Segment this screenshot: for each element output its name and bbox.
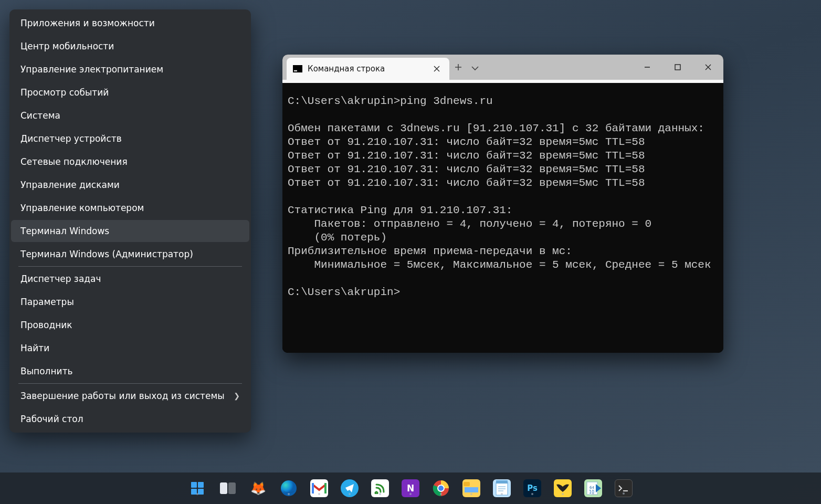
menu-item-label: Управление дисками — [20, 180, 120, 190]
maximize-button[interactable] — [662, 55, 693, 80]
menu-item[interactable]: Диспетчер устройств — [11, 128, 249, 150]
menu-item[interactable]: Терминал Windows (Администратор) — [11, 243, 249, 265]
menu-item[interactable]: Выполнить — [11, 360, 249, 382]
taskbar-icon-thebat[interactable] — [554, 479, 572, 497]
taskbar-icon-notepad[interactable] — [493, 479, 511, 497]
svg-rect-13 — [464, 482, 470, 486]
minimize-button[interactable] — [632, 55, 662, 80]
tab-command-prompt[interactable]: Командная строка — [287, 58, 449, 80]
taskbar-icon-telegram[interactable] — [341, 479, 359, 497]
start-button[interactable] — [188, 479, 206, 497]
menu-item[interactable]: Управление компьютером — [11, 197, 249, 219]
menu-item-label: Управление компьютером — [20, 203, 144, 213]
svg-rect-0 — [675, 65, 680, 70]
svg-rect-1 — [191, 482, 197, 488]
menu-item-label: Параметры — [20, 297, 74, 307]
taskbar-icon-chrome[interactable] — [432, 479, 450, 497]
menu-item-label: Терминал Windows — [20, 226, 109, 236]
menu-separator — [18, 383, 242, 384]
svg-rect-7 — [312, 483, 314, 494]
menu-item-label: Завершение работы или выход из системы — [20, 391, 225, 401]
menu-item-label: Система — [20, 110, 60, 121]
chevron-right-icon: ❯ — [234, 392, 240, 400]
menu-item[interactable]: Найти — [11, 337, 249, 359]
svg-rect-2 — [198, 482, 204, 488]
svg-rect-16 — [496, 480, 508, 484]
menu-item-label: Найти — [20, 343, 49, 353]
menu-item[interactable]: Проводник — [11, 314, 249, 336]
menu-item-label: Управление электропитанием — [20, 64, 163, 75]
taskbar-icon-terminal[interactable] — [615, 479, 633, 497]
taskbar-icon-gmail[interactable] — [310, 479, 328, 497]
menu-item-label: Просмотр событий — [20, 87, 109, 98]
menu-item[interactable]: Система — [11, 104, 249, 127]
close-window-button[interactable] — [693, 55, 723, 80]
svg-point-11 — [438, 486, 444, 491]
taskbar-icon-photoshop[interactable]: Ps — [523, 479, 541, 497]
svg-text:64: 64 — [590, 486, 594, 490]
cmd-icon — [293, 65, 302, 72]
tab-dropdown-button[interactable] — [471, 62, 479, 73]
close-tab-button[interactable] — [431, 64, 442, 74]
menu-item-label: Проводник — [20, 320, 72, 330]
taskbar-icon-onenote[interactable]: N — [402, 479, 419, 497]
taskbar-icon-edge[interactable] — [280, 479, 298, 497]
menu-item-label: Сетевые подключения — [20, 156, 128, 167]
menu-item[interactable]: Диспетчер задач — [11, 268, 249, 290]
terminal-output[interactable]: C:\Users\akrupin>ping 3dnews.ru Обмен па… — [282, 83, 723, 353]
task-view-button[interactable] — [219, 479, 237, 497]
menu-item-label: Диспетчер устройств — [20, 133, 122, 144]
svg-rect-4 — [198, 489, 204, 495]
menu-item[interactable]: Терминал Windows — [11, 220, 249, 242]
menu-separator — [18, 266, 242, 267]
menu-item[interactable]: Параметры — [11, 291, 249, 313]
taskbar-icon-rss[interactable] — [371, 479, 389, 497]
menu-item[interactable]: Сетевые подключения — [11, 151, 249, 173]
menu-item-label: Выполнить — [20, 366, 73, 376]
menu-item-label: Центр мобильности — [20, 41, 114, 51]
menu-item[interactable]: Рабочий стол — [11, 408, 249, 430]
menu-item[interactable]: Центр мобильности — [11, 35, 249, 57]
taskbar-icon-firefox[interactable]: 🦊 — [249, 479, 267, 497]
terminal-window: Командная строка C:\Users\akr — [282, 55, 723, 353]
new-tab-button[interactable] — [455, 62, 462, 73]
svg-rect-14 — [465, 487, 478, 492]
menu-item[interactable]: Приложения и возможности — [11, 12, 249, 34]
taskbar-icon-explorer[interactable] — [462, 479, 480, 497]
menu-item[interactable]: Управление дисками — [11, 174, 249, 196]
menu-item-label: Рабочий стол — [20, 414, 83, 424]
menu-item-label: Приложения и возможности — [20, 18, 155, 28]
menu-item[interactable]: Управление электропитанием — [11, 58, 249, 80]
taskbar: 🦊 N — [0, 472, 821, 504]
titlebar[interactable]: Командная строка — [282, 55, 723, 80]
menu-item-label: Диспетчер задач — [20, 274, 101, 284]
menu-item-label: Терминал Windows (Администратор) — [20, 249, 193, 259]
tab-title: Командная строка — [308, 64, 385, 74]
svg-rect-8 — [324, 483, 327, 494]
winx-context-menu: Приложения и возможностиЦентр мобильност… — [9, 9, 251, 433]
menu-item[interactable]: Просмотр событий — [11, 81, 249, 103]
menu-item[interactable]: Завершение работы или выход из системы❯ — [11, 385, 249, 407]
taskbar-icon-notepadpp[interactable]: 64 10 — [584, 479, 602, 497]
